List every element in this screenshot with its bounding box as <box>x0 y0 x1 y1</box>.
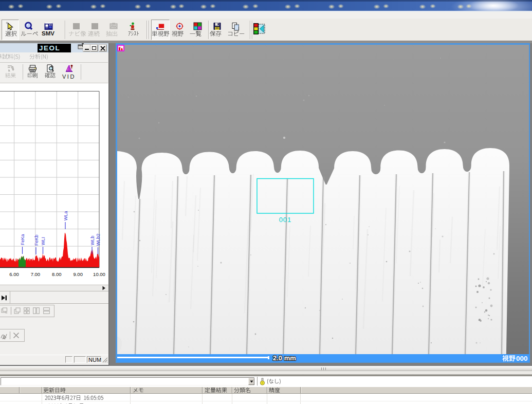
svg-text:FeKb: FeKb <box>34 234 39 246</box>
svg-text:7.00: 7.00 <box>31 271 41 277</box>
svg-text:WLb: WLb <box>90 235 95 245</box>
svg-text:001: 001 <box>279 216 292 224</box>
svg-text:8.00: 8.00 <box>52 271 62 277</box>
svg-text:9.00: 9.00 <box>73 271 83 277</box>
svg-text:2.0 mm: 2.0 mm <box>273 354 296 362</box>
svg-text:WLI: WLI <box>41 237 46 245</box>
svg-text:10.00: 10.00 <box>93 271 105 277</box>
svg-text:WLb2: WLb2 <box>96 233 101 246</box>
svg-text:6.00: 6.00 <box>9 271 19 277</box>
svg-text:FeKa: FeKa <box>20 234 25 245</box>
svg-text:WLa: WLa <box>63 211 68 221</box>
